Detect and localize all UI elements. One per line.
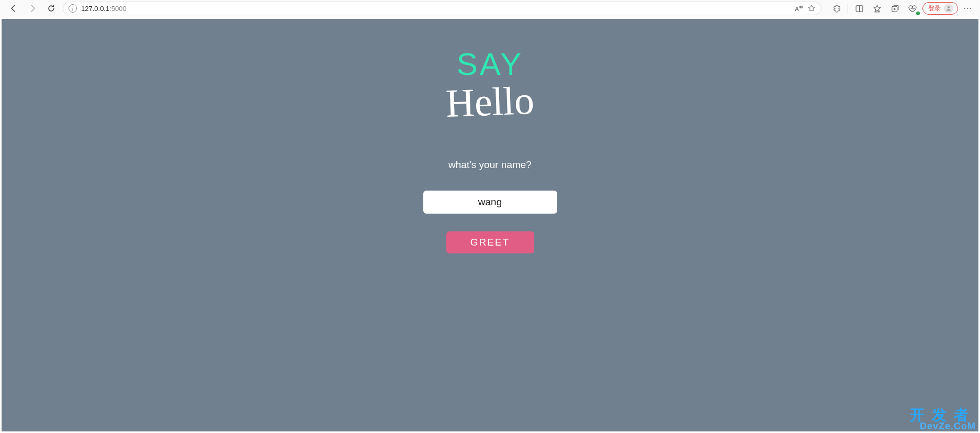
viewport: SAY Hello what's your name? GREET 开发者 De…	[0, 17, 980, 433]
read-aloud-icon[interactable]: A🔊︎	[795, 5, 803, 12]
reload-button[interactable]	[44, 1, 59, 16]
url-host: 127.0.0.1	[81, 5, 109, 13]
name-prompt: what's your name?	[448, 159, 532, 171]
name-input[interactable]	[423, 191, 557, 214]
more-menu-icon[interactable]: ···	[960, 1, 976, 16]
title-say: SAY	[457, 46, 524, 82]
toolbar-right: 登录 ···	[829, 1, 976, 16]
collections-icon[interactable]	[887, 1, 903, 16]
favorites-icon[interactable]	[869, 1, 885, 16]
favorite-star-icon[interactable]	[807, 4, 816, 13]
performance-icon[interactable]	[905, 1, 920, 16]
login-button[interactable]: 登录	[922, 2, 958, 15]
svg-point-6	[948, 6, 950, 8]
extensions-icon[interactable]	[829, 1, 844, 16]
title-hello: Hello	[445, 77, 535, 126]
avatar-icon	[944, 4, 953, 13]
browser-toolbar: i 127.0.0.1:5000 A🔊︎ 登录	[0, 0, 980, 17]
greet-button[interactable]: GREET	[446, 231, 534, 253]
url-port: :5000	[109, 5, 127, 13]
url-text: 127.0.0.1:5000	[81, 5, 127, 13]
forward-button[interactable]	[25, 1, 40, 16]
back-button[interactable]	[6, 1, 21, 16]
split-screen-icon[interactable]	[851, 1, 867, 16]
toolbar-divider	[848, 4, 848, 13]
page-body: SAY Hello what's your name? GREET	[2, 19, 978, 431]
site-info-icon[interactable]: i	[69, 4, 77, 13]
address-bar[interactable]: i 127.0.0.1:5000 A🔊︎	[63, 2, 821, 15]
login-label: 登录	[928, 4, 941, 13]
